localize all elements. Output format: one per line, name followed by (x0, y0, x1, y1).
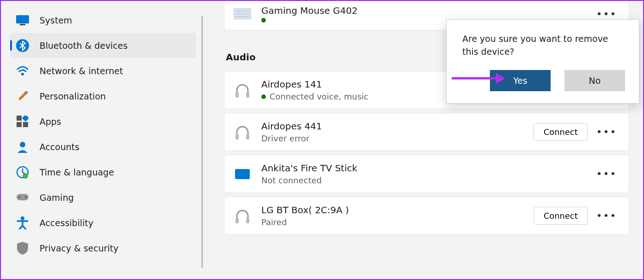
headphones-icon (234, 123, 251, 141)
nav-label: System (40, 15, 72, 25)
svg-rect-6 (22, 116, 29, 122)
svg-rect-8 (23, 122, 28, 127)
device-name: Gaming Mouse G402 (261, 5, 593, 16)
settings-sidebar: System Bluetooth & devices Network & int… (1, 1, 206, 279)
clock-globe-icon (16, 165, 29, 179)
yes-button[interactable]: Yes (490, 70, 551, 91)
nav-item-system[interactable]: System (10, 7, 196, 33)
svg-point-9 (20, 142, 25, 147)
system-icon (16, 13, 29, 27)
nav-item-bluetooth-devices[interactable]: Bluetooth & devices (10, 33, 196, 58)
bluetooth-icon (16, 39, 29, 52)
svg-rect-0 (16, 15, 29, 23)
more-button[interactable]: ••• (593, 208, 620, 223)
connect-button[interactable]: Connect (534, 207, 588, 225)
apps-icon (16, 115, 29, 128)
device-name: Ankita's Fire TV Stick (261, 163, 593, 174)
wifi-icon (16, 64, 29, 78)
svg-point-13 (18, 196, 20, 198)
brush-icon (16, 89, 29, 103)
no-button[interactable]: No (564, 70, 625, 91)
svg-rect-22 (236, 134, 239, 140)
svg-rect-24 (235, 169, 250, 179)
remove-device-dialog: Are you sure you want to remove this dev… (446, 19, 639, 104)
nav-label: Apps (40, 117, 61, 127)
svg-rect-23 (246, 134, 249, 140)
nav-item-gaming[interactable]: Gaming (10, 185, 196, 210)
connect-button[interactable]: Connect (534, 123, 588, 141)
svg-point-15 (21, 216, 24, 220)
nav-label: Time & language (40, 167, 114, 177)
accessibility-icon (16, 216, 29, 230)
device-status: Not connected (261, 175, 593, 185)
nav-label: Gaming (40, 192, 74, 203)
nav-item-network[interactable]: Network & internet (10, 58, 196, 83)
device-row-airdopes441[interactable]: Airdopes 441 Driver error Connect ••• (224, 113, 629, 151)
display-icon (234, 165, 251, 183)
shield-icon (16, 241, 29, 255)
nav-label: Network & internet (40, 66, 123, 76)
device-name: Airdopes 441 (261, 121, 534, 132)
svg-rect-20 (236, 92, 239, 98)
more-button[interactable]: ••• (593, 166, 620, 181)
dialog-text: Are you sure you want to remove this dev… (462, 33, 625, 58)
gamepad-icon (16, 191, 29, 204)
svg-rect-7 (17, 122, 22, 127)
nav-item-time-language[interactable]: Time & language (10, 159, 196, 185)
nav-item-personalization[interactable]: Personalization (10, 83, 196, 109)
svg-rect-25 (236, 218, 239, 223)
more-button[interactable]: ••• (593, 124, 620, 140)
svg-rect-26 (246, 218, 249, 223)
headphones-icon (234, 207, 251, 225)
svg-point-3 (21, 73, 24, 76)
nav-item-apps[interactable]: Apps (10, 109, 196, 134)
status-dot-icon (261, 94, 266, 99)
status-dot-icon (261, 18, 266, 23)
svg-rect-12 (17, 194, 29, 200)
nav-label: Accessibility (40, 218, 93, 228)
device-status: Driver error (261, 134, 534, 143)
account-icon (16, 140, 29, 154)
nav-label: Accounts (40, 142, 80, 152)
svg-rect-21 (246, 92, 249, 98)
svg-point-11 (23, 173, 28, 179)
headphones-icon (234, 82, 251, 99)
nav-item-accounts[interactable]: Accounts (10, 134, 196, 159)
nav-label: Personalization (40, 91, 106, 101)
device-status: Paired (261, 217, 534, 227)
svg-rect-5 (17, 116, 22, 121)
keyboard-icon (234, 5, 251, 23)
svg-point-14 (25, 196, 27, 198)
device-row-lgbtbox[interactable]: LG BT Box( 2C:9A ) Paired Connect ••• (224, 197, 629, 235)
nav-item-privacy[interactable]: Privacy & security (10, 235, 196, 261)
svg-rect-1 (20, 24, 25, 25)
nav-item-accessibility[interactable]: Accessibility (10, 210, 196, 235)
sidebar-divider (201, 16, 203, 268)
nav-label: Bluetooth & devices (40, 41, 127, 51)
nav-label: Privacy & security (40, 243, 119, 253)
device-name: LG BT Box( 2C:9A ) (261, 204, 534, 216)
device-row-firetv[interactable]: Ankita's Fire TV Stick Not connected ••• (224, 155, 629, 193)
